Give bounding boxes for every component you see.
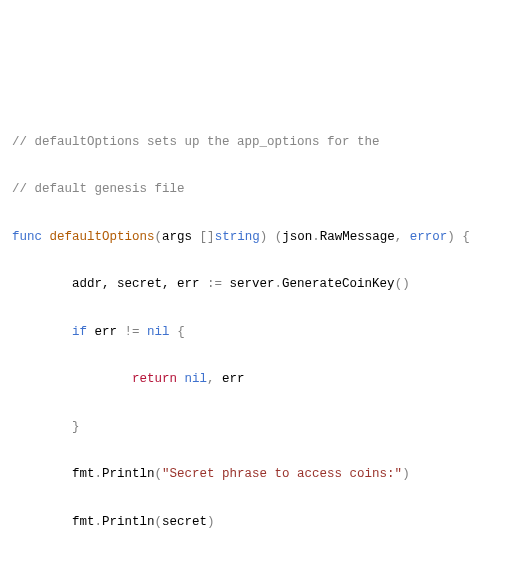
- code-line: addr, secret, err := server.GenerateCoin…: [12, 273, 513, 297]
- code-line: fmt.Println(secret): [12, 511, 513, 535]
- keyword-if: if: [72, 325, 87, 339]
- type: RawMessage: [320, 230, 395, 244]
- pkg: json: [282, 230, 312, 244]
- call: Println: [102, 467, 155, 481]
- comment: // defaultOptions sets up the app_option…: [12, 135, 380, 149]
- nil: nil: [147, 325, 170, 339]
- pkg: server: [230, 277, 275, 291]
- function-name: defaultOptions: [50, 230, 155, 244]
- keyword-func: func: [12, 230, 42, 244]
- cond: err: [95, 325, 125, 339]
- code-line: }: [12, 416, 513, 440]
- code-line: // defaultOptions sets up the app_option…: [12, 131, 513, 155]
- identifiers: addr, secret, err: [72, 277, 207, 291]
- call: Println: [102, 515, 155, 529]
- pkg: fmt: [72, 467, 95, 481]
- keyword-return: return: [132, 372, 177, 386]
- call: GenerateCoinKey: [282, 277, 395, 291]
- code-line: // default genesis file: [12, 178, 513, 202]
- comment: // default genesis file: [12, 182, 185, 196]
- code-line: [12, 558, 513, 582]
- operator: !=: [125, 325, 140, 339]
- code-line: if err != nil {: [12, 321, 513, 345]
- string: "Secret phrase to access coins:": [162, 467, 402, 481]
- type: error: [410, 230, 448, 244]
- ident: err: [222, 372, 245, 386]
- code-line: func defaultOptions(args []string) (json…: [12, 226, 513, 250]
- code-block: // defaultOptions sets up the app_option…: [12, 107, 513, 584]
- type: string: [215, 230, 260, 244]
- pkg: fmt: [72, 515, 95, 529]
- code-line: fmt.Println("Secret phrase to access coi…: [12, 463, 513, 487]
- ident: secret: [162, 515, 207, 529]
- arg: args: [162, 230, 192, 244]
- nil: nil: [185, 372, 208, 386]
- code-line: return nil, err: [12, 368, 513, 392]
